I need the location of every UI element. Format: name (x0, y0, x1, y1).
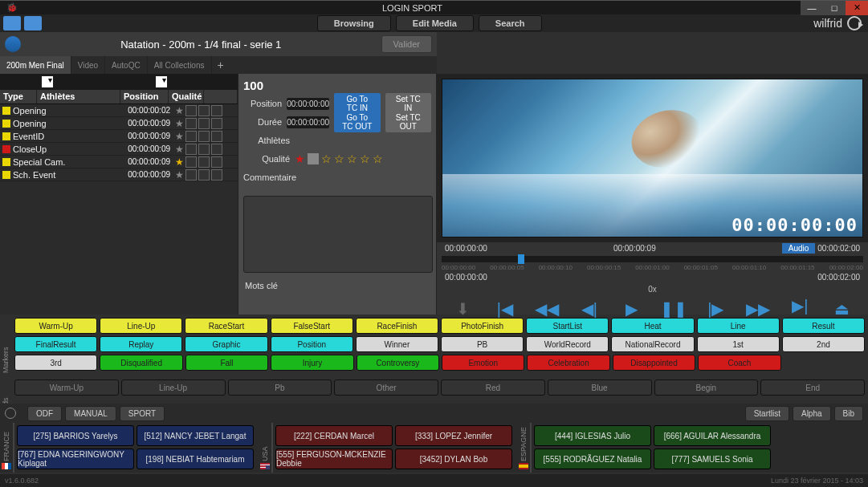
logout-icon[interactable] (847, 16, 862, 30)
star-7-icon[interactable]: ☆ (373, 152, 383, 165)
athlete-button[interactable]: [333] LOPEZ Jennifer (395, 425, 512, 446)
log-row[interactable]: CloseUp 00:00:00:09 ★ (0, 143, 238, 156)
nav-search[interactable]: Search (479, 15, 542, 31)
view-mode-1-button[interactable] (3, 16, 21, 30)
log-row[interactable]: Opening 00:00:00:02 ★ (0, 104, 238, 117)
keyword-begin-button[interactable]: Begin (654, 379, 759, 396)
minimize-button[interactable]: — (801, 1, 823, 15)
tab-video[interactable]: Video (71, 56, 105, 74)
tab-allcollections[interactable]: All Collections (148, 56, 212, 74)
marker-line-button[interactable]: Line (697, 318, 780, 334)
keyword-warm-up-button[interactable]: Warm-Up (14, 379, 119, 396)
row-tcin-icon[interactable] (185, 156, 197, 168)
row-delete-icon[interactable] (211, 144, 222, 155)
athlete-button[interactable]: [444] IGLESIAS Julio (534, 425, 651, 446)
col-qualite[interactable]: Qualité (169, 90, 204, 103)
row-delete-icon[interactable] (211, 105, 222, 116)
position-filter-dropdown[interactable] (156, 76, 167, 87)
tab-200m[interactable]: 200m Men Final (0, 56, 71, 74)
row-wave-icon[interactable] (198, 118, 210, 129)
star-3-icon[interactable]: ☆ (321, 152, 332, 165)
marker-fall-button[interactable]: Fall (185, 355, 268, 371)
marker-photofinish-button[interactable]: PhotoFinish (441, 318, 524, 334)
row-wave-icon[interactable] (198, 105, 210, 116)
bib-button[interactable]: Bib (834, 406, 863, 421)
row-tcin-icon[interactable] (185, 131, 197, 142)
star-1-icon[interactable]: ★ (295, 152, 305, 165)
athlete-button[interactable]: [555] FERGUSON-MCKENZIE Debbie (275, 448, 393, 469)
add-tab-button[interactable]: + (212, 56, 230, 74)
keyword-blue-button[interactable]: Blue (548, 379, 652, 396)
marker-startlist-button[interactable]: StartList (526, 318, 609, 334)
duree-tc[interactable]: 00:00:00:00 (287, 116, 329, 128)
source-odf-button[interactable]: ODF (27, 406, 62, 421)
marker-nationalrecord-button[interactable]: NationalRecord (611, 336, 694, 352)
athlete-button[interactable]: [222] CERDAN Marcel (275, 425, 393, 446)
marker-worldrecord-button[interactable]: WorldRecord (526, 336, 609, 352)
star-2-icon[interactable] (308, 153, 319, 164)
col-athletes[interactable]: Athlètes (37, 90, 120, 103)
valider-button[interactable]: Valider (381, 35, 432, 53)
row-wave-icon[interactable] (198, 144, 210, 155)
marker-disqualified-button[interactable]: Disqualified (100, 355, 182, 371)
nav-editmedia[interactable]: Edit Media (396, 15, 474, 31)
row-delete-icon[interactable] (211, 131, 222, 142)
athlete-button[interactable]: [555] RODRÃGUEZ Natalia (534, 448, 651, 469)
log-row[interactable]: EventID 00:00:00:09 ★ (0, 130, 238, 143)
marker-winner-button[interactable]: Winner (356, 336, 438, 352)
marker-racestart-button[interactable]: RaceStart (185, 318, 267, 334)
athlete-button[interactable]: [767] EDNA NGERINGWONY Kiplagat (17, 448, 134, 469)
marker-1st-button[interactable]: 1st (697, 336, 780, 352)
alpha-button[interactable]: Alpha (793, 406, 831, 421)
row-star-icon[interactable]: ★ (173, 156, 185, 168)
marker-coach-button[interactable]: Coach (698, 355, 780, 371)
startlist-button[interactable]: Startlist (745, 406, 789, 421)
athlete-button[interactable]: [275] BARRIOS Yarelys (17, 425, 134, 446)
athlete-button[interactable]: [777] SAMUELS Sonia (654, 448, 771, 469)
row-tcin-icon[interactable] (185, 118, 197, 129)
marker-disappointed-button[interactable]: Disappointed (613, 355, 695, 371)
close-button[interactable]: ✕ (846, 1, 868, 15)
star-4-icon[interactable]: ☆ (334, 152, 344, 165)
comment-textarea[interactable] (243, 196, 433, 273)
timeline-cursor[interactable] (518, 254, 524, 264)
settings-gear-icon[interactable] (5, 408, 16, 419)
tab-autoqc[interactable]: AutoQC (105, 56, 148, 74)
video-player[interactable]: 00:00:00:00 (442, 79, 863, 237)
athlete-button[interactable]: [666] AGUILAR Alessandra (654, 425, 771, 446)
marker-position-button[interactable]: Position (271, 336, 353, 352)
timeline-scrubber[interactable] (442, 256, 863, 262)
source-sport-button[interactable]: SPORT (120, 406, 165, 421)
keyword-other-button[interactable]: Other (334, 379, 438, 396)
athlete-button[interactable]: [512] NANCY JEBET Langat (137, 425, 254, 446)
row-tcin-icon[interactable] (185, 105, 197, 116)
marker-racefinish-button[interactable]: RaceFinish (356, 318, 438, 334)
marker-controversy-button[interactable]: Controversy (357, 355, 439, 371)
marker-3rd-button[interactable]: 3rd (14, 355, 97, 371)
marker-injury-button[interactable]: Injury (271, 355, 353, 371)
position-tc[interactable]: 00:00:00:00 (287, 98, 329, 110)
row-delete-icon[interactable] (211, 118, 222, 129)
star-6-icon[interactable]: ☆ (360, 152, 370, 165)
type-filter-dropdown[interactable] (42, 76, 53, 87)
marker-line-up-button[interactable]: Line-Up (100, 318, 182, 334)
marker-warm-up-button[interactable]: Warm-Up (14, 318, 97, 334)
log-row[interactable]: Opening 00:00:00:09 ★ (0, 117, 238, 130)
source-manual-button[interactable]: MANUAL (65, 406, 116, 421)
nav-browsing[interactable]: Browsing (317, 15, 391, 31)
marker-heat-button[interactable]: Heat (611, 318, 694, 334)
keyword-pb-button[interactable]: Pb (228, 379, 332, 396)
row-star-icon[interactable]: ★ (173, 105, 185, 116)
col-position[interactable]: Position (120, 90, 169, 103)
row-wave-icon[interactable] (198, 156, 210, 168)
set-tc-out-button[interactable]: Set TC OUT (385, 112, 431, 132)
athlete-button[interactable]: [198] NEBIAT Habtemariam (137, 448, 254, 469)
row-delete-icon[interactable] (211, 169, 222, 181)
row-star-icon[interactable]: ★ (173, 169, 185, 181)
marker-result-button[interactable]: Result (782, 318, 865, 334)
row-star-icon[interactable]: ★ (173, 144, 185, 155)
star-5-icon[interactable]: ☆ (347, 152, 357, 165)
goto-tc-out-button[interactable]: Go To TC OUT (334, 112, 380, 132)
col-type[interactable]: Type (0, 90, 37, 103)
row-wave-icon[interactable] (198, 169, 210, 181)
